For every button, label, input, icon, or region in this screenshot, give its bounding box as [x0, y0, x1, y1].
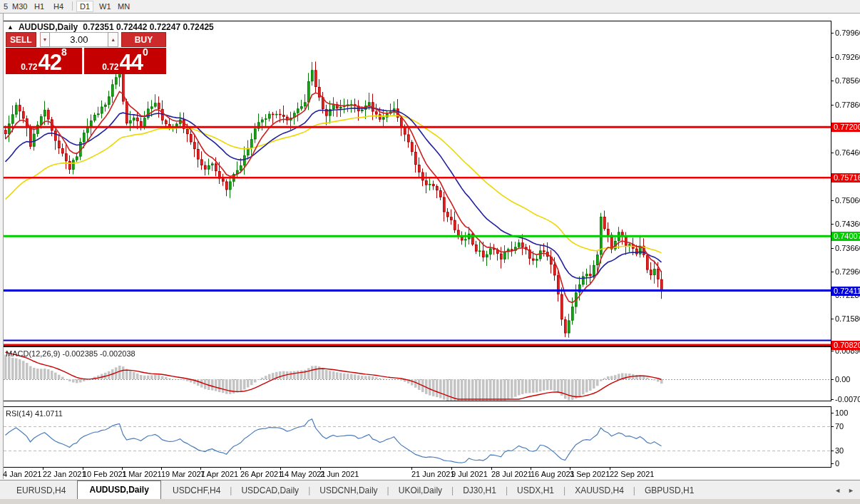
tab-gbpusd-h1[interactable]: GBPUSD,H1 — [635, 482, 703, 500]
rsi-axis-tick: 100 — [835, 408, 848, 418]
price-axis-tick: 0.76460 — [835, 148, 860, 158]
time-axis-tick: 19 Mar 2021 — [161, 470, 205, 478]
price-axis-tick: 0.79960 — [835, 29, 860, 38]
time-axis-tick: 2 Jun 2021 — [320, 470, 359, 478]
macd-indicator-label: MACD(12,26,9) -0.002385 -0.002038 — [6, 349, 135, 358]
tab-audusd-daily[interactable]: AUDUSD,Daily — [77, 480, 160, 500]
timeframe-button-mn[interactable]: MN — [116, 1, 132, 12]
tab-scroll-right-icon[interactable]: ► — [848, 487, 854, 494]
sell-price-prefix: 0.72 — [21, 61, 37, 73]
sell-price-big: 42 — [39, 53, 61, 73]
tab-usdchf-h4[interactable]: USDCHF,H4 — [163, 482, 230, 500]
time-axis-tick: 22 Sep 2021 — [610, 470, 654, 478]
buy-price-big: 44 — [120, 53, 143, 73]
buy-button[interactable]: BUY — [121, 32, 166, 47]
tab-ukoil-daily[interactable]: UKOil,Daily — [389, 482, 451, 500]
time-axis-tick: 14 May 2021 — [280, 470, 326, 478]
price-axis-tick: 0.71580 — [835, 314, 860, 324]
time-axis-tick: 21 Jun 2021 — [411, 470, 455, 478]
ohlc-values: 0.72351 0.72442 0.72247 0.72425 — [83, 22, 214, 32]
symbol-tab-bar: EURUSD,H4|AUDUSD,Daily|USDCHF,H4|USDCAD,… — [0, 480, 860, 500]
price-axis-tick: 0.77860 — [835, 101, 860, 110]
timeframe-button-5[interactable]: 5 — [1, 1, 10, 12]
toolbar-separator — [72, 1, 73, 11]
rsi-axis-tick: 70 — [835, 422, 844, 431]
sell-price-sup: 8 — [61, 48, 67, 56]
price-level-badge: 0.70820 — [831, 341, 860, 350]
tab-scroll-left-icon[interactable]: ◄ — [834, 487, 841, 494]
price-axis-tick: 0.73660 — [835, 244, 860, 253]
timeframe-button-h1[interactable]: H1 — [32, 1, 46, 12]
price-axis-tick: 0.75060 — [835, 196, 860, 205]
price-level-badge: 0.74007 — [831, 232, 860, 241]
window-left-edge — [0, 14, 4, 479]
volume-increase-button[interactable]: ▲ — [108, 32, 118, 47]
price-axis-tick: 0.74360 — [835, 220, 860, 229]
price-axis-tick: 0.72960 — [835, 267, 860, 277]
rsi-axis-tick: 0 — [835, 459, 839, 468]
one-click-collapse-icon[interactable]: ▲ — [7, 24, 14, 31]
volume-input[interactable] — [50, 32, 108, 47]
status-strip — [0, 499, 860, 504]
sell-button[interactable]: SELL — [6, 32, 36, 47]
rsi-axis-tick: 30 — [835, 446, 844, 456]
time-axis-tick: 28 Jul 2021 — [491, 470, 532, 478]
price-axis-tick: 0.79260 — [835, 53, 860, 62]
time-axis-tick: 4 Jan 2021 — [3, 470, 41, 478]
time-axis-tick: 7 Apr 2021 — [200, 470, 238, 478]
tab-xauusd-h4[interactable]: XAUUSD,H4 — [565, 482, 633, 500]
timeframe-button-h4[interactable]: H4 — [51, 1, 66, 12]
buy-price-prefix: 0.72 — [102, 61, 118, 73]
volume-decrease-button[interactable]: ▼ — [40, 32, 51, 47]
sell-price-box[interactable]: 0.72 42 8 — [6, 48, 82, 74]
time-axis-tick: 9 Jul 2021 — [451, 470, 488, 478]
timeframe-toolbar: 5M30H1H4D1W1MN — [0, 0, 860, 14]
tab-usdcnh-daily[interactable]: USDCNH,Daily — [310, 482, 387, 500]
price-axis-tick: 0.78560 — [835, 76, 860, 86]
tab-usdx-h1[interactable]: USDX,H1 — [508, 482, 563, 500]
macd-axis-tick: 0.00 — [835, 375, 850, 384]
timeframe-button-d1[interactable]: D1 — [76, 1, 93, 12]
time-axis-tick: 1 Mar 2021 — [122, 470, 162, 478]
buy-price-box[interactable]: 0.72 44 0 — [84, 48, 166, 74]
buy-price-sup: 0 — [143, 48, 148, 56]
timeframe-button-w1[interactable]: W1 — [97, 1, 113, 12]
price-level-badge: 0.72411 — [831, 287, 860, 296]
tab-eurusd-h4[interactable]: EURUSD,H4 — [7, 482, 75, 500]
symbol-period-label: AUDUSD,Daily — [19, 22, 78, 32]
chart-header: ▲ AUDUSD,Daily 0.72351 0.72442 0.72247 0… — [7, 22, 214, 32]
price-level-badge: 0.77200 — [831, 123, 860, 132]
time-axis-tick: 16 Aug 2021 — [531, 470, 575, 478]
tab-usdcad-daily[interactable]: USDCAD,Daily — [232, 482, 308, 500]
time-axis-tick: 22 Jan 2021 — [43, 470, 86, 478]
one-click-trading-panel: SELL ▼ ▲ BUY 0.72 42 8 0.72 44 0 — [6, 32, 166, 74]
time-axis-tick: 10 Feb 2021 — [83, 470, 127, 478]
tab-scroll-arrows: ◄ ► — [834, 487, 854, 494]
time-axis-tick: 26 Apr 2021 — [240, 470, 282, 478]
time-axis-tick: 3 Sep 2021 — [570, 470, 610, 478]
price-level-badge: 0.75716 — [831, 173, 860, 182]
timeframe-button-m30[interactable]: M30 — [10, 1, 29, 12]
tab-dj30-h1[interactable]: DJ30,H1 — [454, 482, 506, 500]
rsi-indicator-label: RSI(14) 41.0711 — [6, 409, 63, 418]
macd-axis-tick: -0.00701 — [835, 395, 860, 404]
